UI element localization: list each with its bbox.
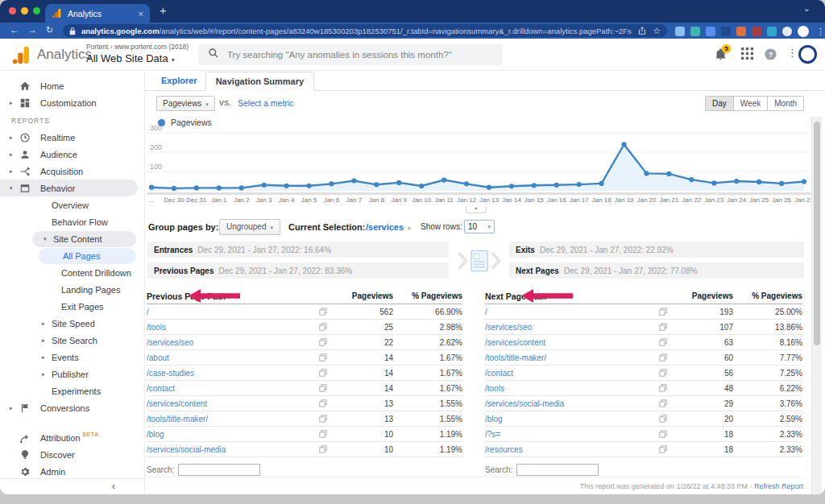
sidebar-item-site-content[interactable]: ▾Site Content (32, 231, 136, 247)
page-path-link[interactable]: /tools/title-maker/ (147, 415, 319, 423)
day-button[interactable]: Day (705, 96, 734, 111)
sidebar-item-content-drilldown[interactable]: Content Drilldown (0, 264, 144, 281)
sidebar-item-exit-pages[interactable]: Exit Pages (0, 298, 144, 315)
caret-right-icon[interactable]: ▸ (42, 337, 52, 344)
chevron-down-icon[interactable]: ⌄ (803, 3, 810, 14)
url-bar[interactable]: analytics.google.com/analytics/web/#/rep… (63, 24, 667, 37)
reload-icon[interactable]: ↻ (46, 25, 53, 35)
page-path-link[interactable]: /services/seo (485, 323, 659, 332)
extension-icon[interactable] (752, 27, 761, 36)
open-in-new-icon[interactable] (319, 430, 342, 438)
sidebar-item-site-speed[interactable]: ▸Site Speed (0, 315, 144, 332)
table-search-input[interactable] (516, 464, 599, 476)
sidebar-item-landing-pages[interactable]: Landing Pages (0, 281, 144, 298)
month-button[interactable]: Month (767, 96, 804, 111)
sidebar-item-all-pages[interactable]: All Pages (39, 248, 136, 264)
back-icon[interactable]: ← (10, 24, 19, 35)
window-close-button[interactable] (9, 7, 16, 14)
sidebar-item-events[interactable]: ▸Events (0, 349, 144, 366)
extension-icon[interactable] (706, 27, 715, 36)
open-in-new-icon[interactable] (659, 308, 682, 316)
open-in-new-icon[interactable] (319, 353, 342, 361)
sidebar-item-customization[interactable]: ▸Customization (0, 94, 144, 111)
forward-icon[interactable]: → (27, 24, 37, 35)
user-avatar[interactable] (798, 45, 817, 64)
sidebar-item-attribution[interactable]: AttributionBETA (0, 429, 144, 446)
sidebar-item-audience[interactable]: ▸Audience (0, 146, 144, 163)
pageviews-column-header[interactable]: Pageviews (342, 291, 393, 300)
open-in-new-icon[interactable] (319, 384, 342, 392)
page-path-link[interactable]: /about (147, 353, 319, 362)
open-in-new-icon[interactable] (319, 369, 342, 377)
tab-navigation-summary[interactable]: Navigation Summary (205, 72, 314, 91)
open-in-new-icon[interactable] (659, 338, 682, 346)
caret-right-icon[interactable]: ▸ (42, 371, 52, 378)
caret-right-icon[interactable]: ▸ (42, 320, 52, 327)
window-zoom-button[interactable] (33, 7, 40, 14)
caret-down-icon[interactable]: ▾ (44, 236, 53, 242)
page-path-link[interactable]: /services/social-media (485, 399, 659, 408)
page-path-link[interactable]: /resources (485, 445, 659, 454)
page-path-link[interactable]: /contact (485, 369, 659, 378)
tab-explorer[interactable]: Explorer (153, 71, 205, 90)
caret-right-icon[interactable]: ▸ (10, 405, 19, 411)
caret-right-icon[interactable]: ▸ (10, 100, 19, 106)
page-path-link[interactable]: /services/content (485, 338, 659, 347)
page-path-link[interactable]: /services/seo (147, 338, 319, 347)
caret-right-icon[interactable]: ▸ (42, 354, 52, 361)
scrollbar[interactable] (811, 117, 822, 494)
sidebar-item-overview[interactable]: Overview (0, 196, 144, 213)
puzzle-extensions-icon[interactable] (782, 27, 792, 36)
window-minimize-button[interactable] (21, 7, 28, 14)
table-search-input[interactable] (178, 464, 260, 476)
page-path-link[interactable]: /blog (147, 430, 319, 439)
open-in-new-icon[interactable] (659, 445, 682, 453)
property-selector[interactable]: Portent › www.portent.com (2018) All Web… (86, 43, 189, 64)
open-in-new-icon[interactable] (319, 445, 342, 453)
page-path-link[interactable]: /tools (147, 323, 319, 332)
page-path-link[interactable]: /tools (485, 384, 659, 393)
extension-icon[interactable] (736, 27, 746, 36)
bookmark-star-icon[interactable]: ☆ (653, 27, 661, 35)
page-path-link[interactable]: / (485, 308, 659, 316)
search-input[interactable] (227, 50, 485, 60)
open-in-new-icon[interactable] (659, 323, 682, 331)
open-in-new-icon[interactable] (319, 338, 342, 346)
open-in-new-icon[interactable] (319, 415, 342, 423)
pct-pageviews-column-header[interactable]: % Pageviews (733, 291, 802, 300)
sidebar-item-admin[interactable]: Admin (0, 463, 144, 480)
sidebar-item-acquisition[interactable]: ▸Acquisition (0, 163, 144, 180)
page-path-link[interactable]: /?s= (485, 430, 659, 439)
help-icon[interactable]: ? (764, 48, 778, 62)
open-in-new-icon[interactable] (659, 415, 682, 423)
caret-right-icon[interactable]: ▸ (10, 151, 19, 158)
sidebar-collapse-icon[interactable]: ‹ (112, 480, 115, 492)
sidebar-item-realtime[interactable]: ▸Realtime (0, 129, 144, 146)
sidebar-item-behavior[interactable]: ▾Behavior (0, 180, 138, 196)
sidebar-item-home[interactable]: Home (0, 77, 144, 94)
refresh-report-link[interactable]: Refresh Report (754, 482, 803, 490)
open-in-new-icon[interactable] (659, 399, 682, 407)
new-tab-button[interactable]: + (160, 3, 167, 17)
open-in-new-icon[interactable] (659, 353, 682, 361)
extension-icon[interactable] (767, 27, 777, 36)
open-in-new-icon[interactable] (659, 384, 682, 392)
pct-pageviews-column-header[interactable]: % Pageviews (393, 291, 462, 300)
open-in-new-icon[interactable] (319, 323, 342, 331)
sidebar-item-behavior-flow[interactable]: Behavior Flow (0, 213, 144, 230)
show-rows-select[interactable]: 10▾ (464, 220, 495, 233)
page-path-link[interactable]: / (147, 308, 319, 316)
tab-close-icon[interactable]: × (139, 9, 143, 19)
extension-icon[interactable] (721, 27, 731, 36)
page-path-link[interactable]: /services/content (147, 399, 319, 408)
header-menu-icon[interactable]: ⋮ (787, 47, 798, 59)
share-icon[interactable] (638, 26, 646, 35)
page-path-link[interactable]: /contact (147, 384, 319, 393)
apps-grid-icon[interactable] (741, 48, 756, 62)
page-path-link[interactable]: /blog (485, 415, 659, 423)
caret-down-icon[interactable]: ▾ (10, 185, 19, 192)
sidebar-item-conversions[interactable]: ▸Conversions (0, 399, 144, 416)
open-in-new-icon[interactable] (319, 308, 342, 316)
current-selection-link[interactable]: /services▾ (366, 222, 411, 232)
open-in-new-icon[interactable] (659, 369, 682, 377)
